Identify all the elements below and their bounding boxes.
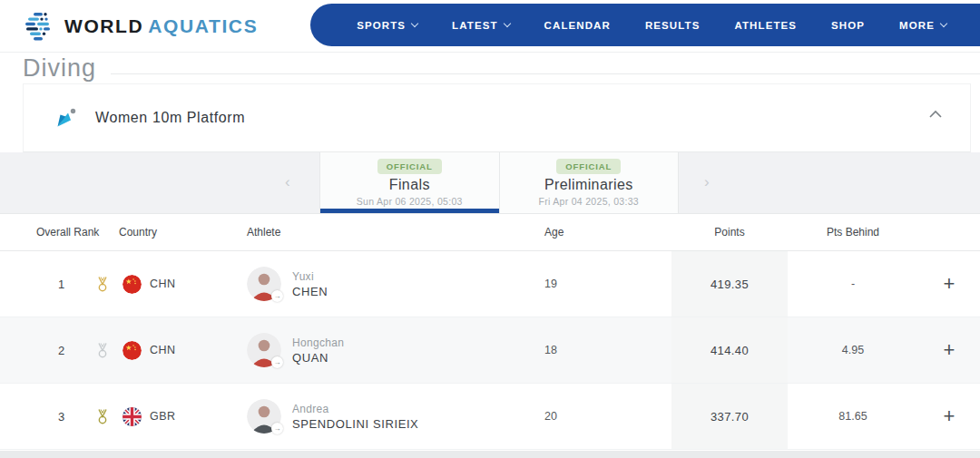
athlete-avatar: →	[247, 399, 281, 434]
athlete-cell[interactable]: → Hongchan QUAN	[247, 317, 542, 383]
logo-text-world: WORLD	[64, 15, 143, 36]
chevron-down-icon	[411, 20, 418, 27]
tab-label: Finals	[320, 177, 499, 193]
title-divider	[111, 73, 980, 74]
country-code: CHN	[150, 278, 176, 290]
event-title: Women 10m Platform	[95, 110, 245, 126]
expand-row-button[interactable]: +	[944, 406, 956, 426]
page-title: Diving	[23, 54, 96, 83]
column-header-pts-behind: Pts Behind	[788, 226, 918, 239]
table-header-row: Overall Rank Country Athlete Age Points …	[0, 213, 980, 251]
column-header-athlete: Athlete	[247, 226, 542, 239]
avatar-badge-icon: →	[271, 423, 283, 434]
session-tabs: OFFICIAL Finals Sun Apr 06 2025, 05:03 O…	[319, 152, 679, 213]
expand-row-button[interactable]: +	[944, 274, 956, 294]
flag-gbr-icon	[122, 407, 142, 426]
page-title-row: Diving	[0, 53, 980, 83]
age-value: 20	[542, 384, 671, 449]
world-aquatics-logo-icon	[22, 10, 54, 43]
nav-item-shop[interactable]: SHOP	[814, 20, 882, 31]
bottom-strip	[0, 451, 980, 458]
tab-date: Fri Apr 04 2025, 03:33	[500, 196, 679, 207]
athlete-last-name: SPENDOLINI SIRIEIX	[292, 417, 418, 431]
expand-row-button[interactable]: +	[944, 340, 956, 360]
tab-preliminaries[interactable]: OFFICIAL Preliminaries Fri Apr 04 2025, …	[499, 152, 679, 213]
points-value: 414.40	[671, 317, 788, 383]
results-table: Overall Rank Country Athlete Age Points …	[0, 213, 980, 450]
athlete-cell[interactable]: → Yuxi CHEN	[247, 251, 542, 317]
rank-value: 1	[36, 251, 86, 317]
athlete-first-name: Hongchan	[292, 336, 344, 349]
athlete-avatar: →	[247, 333, 281, 367]
country-cell: GBR	[119, 384, 247, 449]
tab-finals[interactable]: OFFICIAL Finals Sun Apr 06 2025, 05:03	[320, 152, 499, 213]
column-header-age: Age	[542, 226, 671, 239]
nav-item-results[interactable]: RESULTS	[628, 20, 718, 31]
column-header-country: Country	[119, 226, 247, 239]
medal-cell	[86, 251, 119, 317]
age-value: 19	[542, 251, 671, 317]
nav-item-latest[interactable]: LATEST	[435, 20, 526, 31]
event-card[interactable]: Women 10m Platform	[23, 83, 971, 152]
chevron-down-icon	[503, 20, 510, 27]
athlete-first-name: Yuxi	[292, 270, 328, 283]
nav-item-athletes[interactable]: ATHLETES	[717, 20, 814, 31]
nav-item-calendar[interactable]: CALENDAR	[527, 20, 628, 31]
chevron-down-icon	[940, 20, 947, 27]
medal-cell	[86, 317, 119, 383]
medal-icon	[93, 275, 112, 293]
chevron-left-icon[interactable]: ‹	[285, 174, 290, 190]
athlete-last-name: CHEN	[292, 285, 328, 298]
athlete-last-name: QUAN	[292, 351, 344, 365]
country-cell: CHN	[119, 317, 247, 383]
session-tabs-strip: ‹ › OFFICIAL Finals Sun Apr 06 2025, 05:…	[0, 152, 980, 213]
logo-text-aquatics: AQUATICS	[148, 15, 258, 36]
country-code: CHN	[150, 344, 176, 356]
table-row: 3	[0, 384, 980, 450]
top-header: WORLDAQUATICS SPORTSLATESTCALENDARRESULT…	[0, 0, 980, 53]
medal-icon	[93, 341, 112, 359]
chevron-right-icon[interactable]: ›	[704, 174, 710, 190]
column-header-overall-rank: Overall Rank	[36, 226, 119, 239]
rank-value: 2	[36, 317, 86, 383]
points-value: 337.70	[671, 384, 788, 449]
pts-behind-value: 4.95	[788, 317, 918, 383]
diving-icon	[54, 105, 79, 131]
table-row: 2	[0, 317, 980, 384]
chevron-up-icon[interactable]	[928, 110, 943, 119]
medal-icon	[93, 407, 112, 425]
avatar-badge-icon: →	[271, 290, 283, 302]
pts-behind-value: 81.65	[788, 384, 918, 449]
athlete-first-name: Andrea	[292, 403, 418, 415]
pts-behind-value: -	[788, 251, 918, 317]
points-value: 419.35	[671, 251, 788, 317]
table-row: 1	[0, 251, 980, 317]
flag-chn-icon	[122, 341, 142, 360]
tab-date: Sun Apr 06 2025, 05:03	[320, 196, 499, 207]
athlete-cell[interactable]: → Andrea SPENDOLINI SIRIEIX	[247, 384, 542, 449]
avatar-badge-icon: →	[271, 356, 283, 368]
tab-label: Preliminaries	[500, 177, 679, 193]
table-body: 1	[0, 251, 980, 450]
athlete-avatar: →	[247, 267, 281, 301]
rank-value: 3	[36, 384, 86, 449]
nav-item-sports[interactable]: SPORTS	[339, 20, 435, 31]
nav-item-more[interactable]: MORE	[882, 20, 964, 31]
flag-chn-icon	[122, 275, 142, 294]
column-header-points: Points	[671, 226, 788, 239]
country-code: GBR	[150, 410, 176, 423]
world-aquatics-results-page: WORLDAQUATICS SPORTSLATESTCALENDARRESULT…	[0, 0, 980, 458]
official-badge: OFFICIAL	[556, 159, 621, 174]
country-cell: CHN	[119, 251, 247, 317]
world-aquatics-logo[interactable]: WORLDAQUATICS	[22, 10, 258, 43]
official-badge: OFFICIAL	[377, 159, 442, 174]
main-nav: SPORTSLATESTCALENDARRESULTSATHLETESSHOPM…	[310, 4, 980, 46]
medal-cell	[86, 384, 119, 449]
age-value: 18	[542, 317, 671, 383]
